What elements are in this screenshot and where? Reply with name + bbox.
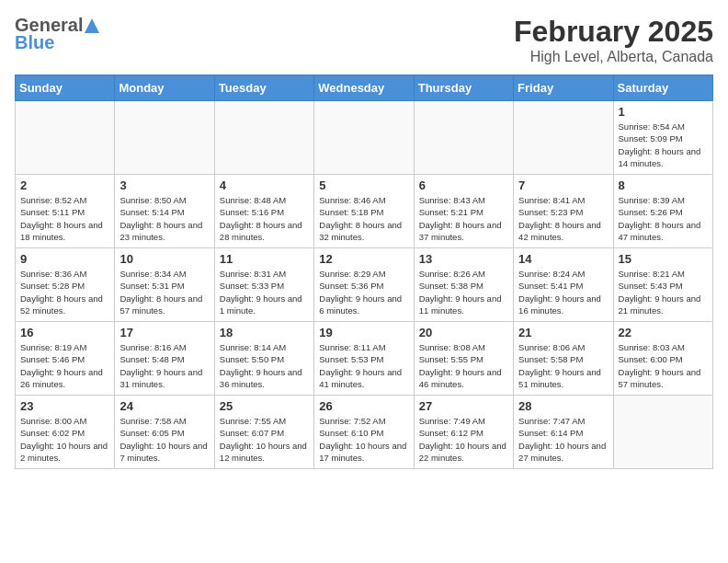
month-title: February 2025 — [514, 15, 713, 49]
col-header-wednesday: Wednesday — [314, 75, 414, 101]
day-info: Sunrise: 8:08 AM Sunset: 5:55 PM Dayligh… — [419, 341, 508, 390]
day-cell: 11Sunrise: 8:31 AM Sunset: 5:33 PM Dayli… — [214, 248, 313, 322]
day-cell — [613, 396, 712, 469]
day-cell: 26Sunrise: 7:52 AM Sunset: 6:10 PM Dayli… — [314, 396, 414, 469]
day-info: Sunrise: 7:49 AM Sunset: 6:12 PM Dayligh… — [419, 415, 508, 464]
week-row-2: 9Sunrise: 8:36 AM Sunset: 5:28 PM Daylig… — [16, 248, 713, 322]
day-number: 23 — [20, 399, 109, 413]
day-info: Sunrise: 8:34 AM Sunset: 5:31 PM Dayligh… — [119, 268, 209, 316]
day-info: Sunrise: 8:41 AM Sunset: 5:23 PM Dayligh… — [518, 194, 608, 243]
day-cell: 13Sunrise: 8:26 AM Sunset: 5:38 PM Dayli… — [414, 248, 513, 322]
day-number: 11 — [220, 252, 309, 266]
day-number: 24 — [119, 399, 209, 413]
day-info: Sunrise: 8:24 AM Sunset: 5:41 PM Dayligh… — [518, 268, 608, 316]
day-cell: 24Sunrise: 7:58 AM Sunset: 6:05 PM Dayli… — [115, 396, 214, 469]
day-info: Sunrise: 8:50 AM Sunset: 5:14 PM Dayligh… — [119, 194, 209, 243]
day-info: Sunrise: 8:54 AM Sunset: 5:09 PM Dayligh… — [619, 121, 708, 169]
day-cell: 9Sunrise: 8:36 AM Sunset: 5:28 PM Daylig… — [16, 248, 115, 322]
day-info: Sunrise: 8:00 AM Sunset: 6:02 PM Dayligh… — [20, 415, 109, 464]
day-number: 5 — [319, 178, 408, 192]
day-number: 9 — [20, 252, 109, 266]
day-info: Sunrise: 8:52 AM Sunset: 5:11 PM Dayligh… — [20, 194, 109, 243]
day-info: Sunrise: 8:39 AM Sunset: 5:26 PM Dayligh… — [619, 194, 708, 243]
day-number: 17 — [119, 326, 209, 339]
day-cell: 27Sunrise: 7:49 AM Sunset: 6:12 PM Dayli… — [414, 396, 513, 469]
day-number: 16 — [20, 326, 109, 339]
day-cell: 25Sunrise: 7:55 AM Sunset: 6:07 PM Dayli… — [214, 396, 313, 469]
day-number: 28 — [518, 399, 608, 413]
day-cell: 20Sunrise: 8:08 AM Sunset: 5:55 PM Dayli… — [414, 322, 513, 396]
day-cell: 6Sunrise: 8:43 AM Sunset: 5:21 PM Daylig… — [414, 175, 513, 248]
day-number: 10 — [119, 252, 209, 266]
day-number: 6 — [419, 178, 508, 192]
col-header-monday: Monday — [115, 75, 214, 101]
svg-marker-0 — [85, 18, 99, 33]
day-cell: 4Sunrise: 8:48 AM Sunset: 5:16 PM Daylig… — [214, 175, 313, 248]
day-info: Sunrise: 8:03 AM Sunset: 6:00 PM Dayligh… — [619, 341, 708, 390]
col-header-sunday: Sunday — [16, 75, 115, 101]
col-header-thursday: Thursday — [414, 75, 513, 101]
day-number: 22 — [619, 326, 708, 339]
day-info: Sunrise: 8:26 AM Sunset: 5:38 PM Dayligh… — [419, 268, 508, 316]
calendar-header-row: SundayMondayTuesdayWednesdayThursdayFrid… — [16, 75, 713, 101]
day-info: Sunrise: 8:06 AM Sunset: 5:58 PM Dayligh… — [518, 341, 608, 390]
day-number: 14 — [518, 252, 608, 266]
col-header-saturday: Saturday — [613, 75, 712, 101]
col-header-friday: Friday — [514, 75, 613, 101]
week-row-0: 1Sunrise: 8:54 AM Sunset: 5:09 PM Daylig… — [16, 101, 713, 175]
calendar-table: SundayMondayTuesdayWednesdayThursdayFrid… — [15, 75, 713, 469]
day-number: 7 — [518, 178, 608, 192]
day-number: 19 — [319, 326, 408, 339]
day-number: 18 — [220, 326, 309, 339]
col-header-tuesday: Tuesday — [214, 75, 313, 101]
day-info: Sunrise: 8:14 AM Sunset: 5:50 PM Dayligh… — [220, 341, 309, 390]
day-number: 27 — [419, 399, 508, 413]
day-cell: 5Sunrise: 8:46 AM Sunset: 5:18 PM Daylig… — [314, 175, 414, 248]
day-info: Sunrise: 7:55 AM Sunset: 6:07 PM Dayligh… — [220, 415, 309, 464]
week-row-3: 16Sunrise: 8:19 AM Sunset: 5:46 PM Dayli… — [16, 322, 713, 396]
day-cell — [214, 101, 313, 175]
day-info: Sunrise: 8:48 AM Sunset: 5:16 PM Dayligh… — [220, 194, 309, 243]
day-cell — [16, 101, 115, 175]
logo-triangle-icon — [84, 17, 100, 34]
day-info: Sunrise: 8:16 AM Sunset: 5:48 PM Dayligh… — [119, 341, 209, 390]
day-info: Sunrise: 8:11 AM Sunset: 5:53 PM Dayligh… — [319, 341, 408, 390]
title-area: February 2025 High Level, Alberta, Canad… — [514, 15, 713, 65]
day-info: Sunrise: 7:47 AM Sunset: 6:14 PM Dayligh… — [518, 415, 608, 464]
day-number: 8 — [619, 178, 708, 192]
day-cell: 2Sunrise: 8:52 AM Sunset: 5:11 PM Daylig… — [16, 175, 115, 248]
day-cell: 8Sunrise: 8:39 AM Sunset: 5:26 PM Daylig… — [613, 175, 712, 248]
day-info: Sunrise: 8:46 AM Sunset: 5:18 PM Dayligh… — [319, 194, 408, 243]
day-info: Sunrise: 7:52 AM Sunset: 6:10 PM Dayligh… — [319, 415, 408, 464]
day-cell: 18Sunrise: 8:14 AM Sunset: 5:50 PM Dayli… — [214, 322, 313, 396]
week-row-4: 23Sunrise: 8:00 AM Sunset: 6:02 PM Dayli… — [16, 396, 713, 469]
day-number: 13 — [419, 252, 508, 266]
day-cell: 15Sunrise: 8:21 AM Sunset: 5:43 PM Dayli… — [613, 248, 712, 322]
day-number: 1 — [619, 105, 708, 119]
day-cell: 28Sunrise: 7:47 AM Sunset: 6:14 PM Dayli… — [514, 396, 613, 469]
logo-blue-text: Blue — [15, 32, 54, 53]
week-row-1: 2Sunrise: 8:52 AM Sunset: 5:11 PM Daylig… — [16, 175, 713, 248]
day-number: 2 — [20, 178, 109, 192]
day-cell: 12Sunrise: 8:29 AM Sunset: 5:36 PM Dayli… — [314, 248, 414, 322]
day-number: 26 — [319, 399, 408, 413]
day-info: Sunrise: 8:21 AM Sunset: 5:43 PM Dayligh… — [619, 268, 708, 316]
location-title: High Level, Alberta, Canada — [514, 49, 713, 65]
logo: General Blue — [15, 15, 101, 53]
day-cell — [115, 101, 214, 175]
day-cell: 19Sunrise: 8:11 AM Sunset: 5:53 PM Dayli… — [314, 322, 414, 396]
day-cell — [314, 101, 414, 175]
day-cell: 21Sunrise: 8:06 AM Sunset: 5:58 PM Dayli… — [514, 322, 613, 396]
day-info: Sunrise: 8:43 AM Sunset: 5:21 PM Dayligh… — [419, 194, 508, 243]
day-cell: 17Sunrise: 8:16 AM Sunset: 5:48 PM Dayli… — [115, 322, 214, 396]
day-cell — [414, 101, 513, 175]
day-info: Sunrise: 8:36 AM Sunset: 5:28 PM Dayligh… — [20, 268, 109, 316]
day-number: 3 — [119, 178, 209, 192]
day-cell: 22Sunrise: 8:03 AM Sunset: 6:00 PM Dayli… — [613, 322, 712, 396]
day-number: 21 — [518, 326, 608, 339]
day-cell: 16Sunrise: 8:19 AM Sunset: 5:46 PM Dayli… — [16, 322, 115, 396]
day-cell: 3Sunrise: 8:50 AM Sunset: 5:14 PM Daylig… — [115, 175, 214, 248]
day-number: 12 — [319, 252, 408, 266]
day-cell: 23Sunrise: 8:00 AM Sunset: 6:02 PM Dayli… — [16, 396, 115, 469]
day-number: 20 — [419, 326, 508, 339]
